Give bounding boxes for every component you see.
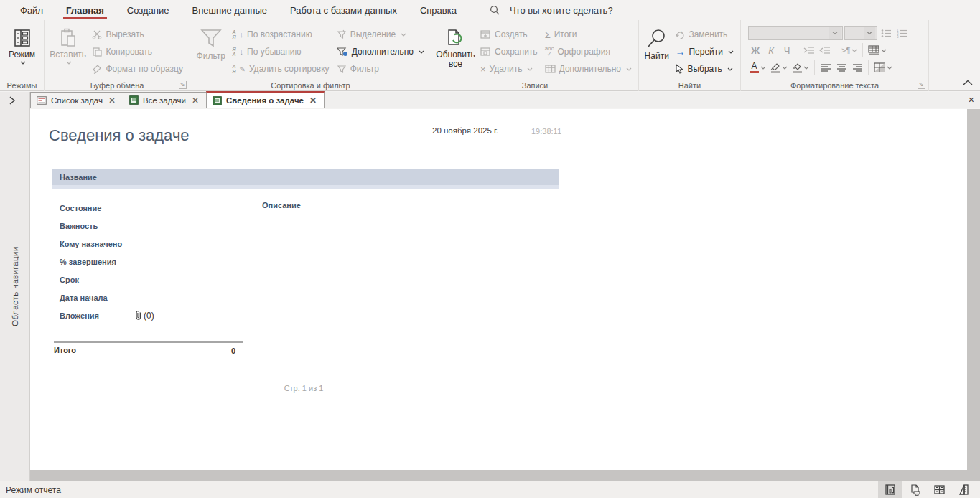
increase-indent-button[interactable] <box>802 42 816 58</box>
total-label: Итого <box>54 346 76 354</box>
menu-home[interactable]: Главная <box>55 0 116 20</box>
find-button[interactable]: Найти <box>642 24 671 79</box>
refresh-all-label: Обновитьвсе <box>436 50 475 69</box>
bold-label: Ж <box>751 45 760 56</box>
selection-label: Выделение <box>350 29 396 39</box>
cut-button[interactable]: Вырезать <box>88 26 187 43</box>
close-tab-icon[interactable]: ✕ <box>107 95 117 105</box>
separator <box>798 43 798 57</box>
tell-me-search[interactable]: Что вы хотите сделать? <box>490 5 613 16</box>
select-button[interactable]: Выбрать <box>671 60 737 77</box>
separator <box>868 60 869 75</box>
chevron-down-icon <box>864 27 875 39</box>
new-record-button[interactable]: Создать <box>477 26 541 43</box>
close-tab-icon[interactable]: ✕ <box>190 95 200 105</box>
menu-create[interactable]: Создание <box>116 0 181 20</box>
align-left-button[interactable] <box>818 60 833 75</box>
align-center-button[interactable] <box>834 60 849 75</box>
more-records-button[interactable]: Дополнительно <box>541 60 635 77</box>
field-label-attachments: Вложения <box>60 311 99 320</box>
report-view-button[interactable] <box>878 481 902 498</box>
font-color-button[interactable]: А <box>748 60 767 75</box>
save-record-label: Сохранить <box>495 47 538 57</box>
chevron-down-icon <box>66 61 72 65</box>
toggle-filter-label: Фильтр <box>350 64 379 74</box>
replace-button[interactable]: b Заменить <box>671 26 737 43</box>
text-formatting-dialog-launcher[interactable]: ⇘ <box>918 81 925 89</box>
numbering-button[interactable]: 123 <box>895 25 909 41</box>
design-view-button[interactable] <box>951 481 976 498</box>
layout-view-button[interactable] <box>927 481 951 498</box>
advanced-label: Дополнительно <box>352 47 414 57</box>
format-painter-button[interactable]: Формат по образцу <box>88 60 187 77</box>
view-icon <box>11 27 33 49</box>
underline-button[interactable]: Ч <box>780 42 794 58</box>
replace-label: Заменить <box>689 29 727 39</box>
spelling-button[interactable]: abc✓ Орфография <box>541 43 635 60</box>
close-tab-icon[interactable]: ✕ <box>308 95 318 105</box>
menu-database-tools[interactable]: Работа с базами данных <box>279 0 409 20</box>
tab-all-tasks[interactable]: Все задачи ✕ <box>123 92 207 108</box>
alternate-row-color-button[interactable] <box>872 60 894 75</box>
nav-pane-label[interactable]: Область навигации <box>0 92 30 481</box>
toggle-filter-button[interactable]: Фильтр <box>333 60 428 77</box>
tab-task-list[interactable]: Список задач ✕ <box>30 92 123 108</box>
clear-sort-button[interactable]: АЯ✎ Удалить сортировку <box>228 60 332 77</box>
decrease-indent-button[interactable] <box>818 42 832 58</box>
form-icon <box>37 96 47 105</box>
delete-x-icon: × <box>480 64 486 75</box>
save-record-button[interactable]: Сохранить <box>477 43 541 60</box>
sort-ascending-button[interactable]: АЯ↓ По возрастанию <box>228 26 332 43</box>
paste-button[interactable]: Вставить <box>47 24 88 79</box>
font-size-select[interactable] <box>844 26 877 40</box>
sort-asc-label: По возрастанию <box>247 29 312 39</box>
menu-help[interactable]: Справка <box>409 0 468 20</box>
print-preview-button[interactable] <box>902 481 927 498</box>
collapse-ribbon-button[interactable] <box>963 80 973 86</box>
ribbon: Режим Режимы Вставить Вырезать Копироват… <box>0 20 980 91</box>
total-divider-line <box>54 341 243 343</box>
separator <box>862 43 863 57</box>
menu-external-data[interactable]: Внешние данные <box>180 0 279 20</box>
text-direction-button[interactable]: >¶ <box>840 42 859 58</box>
scissors-icon <box>92 29 102 39</box>
separator <box>836 43 836 57</box>
selection-button[interactable]: Выделение <box>333 26 428 43</box>
sort-descending-button[interactable]: ЯА↓ По убыванию <box>228 43 332 60</box>
totals-button[interactable]: Σ Итоги <box>541 26 635 43</box>
gridlines-button[interactable] <box>867 42 888 58</box>
goto-button[interactable]: → Перейти <box>671 43 737 60</box>
delete-record-button[interactable]: × Удалить <box>477 60 541 77</box>
refresh-all-button[interactable]: Обновитьвсе <box>434 24 477 79</box>
view-button[interactable]: Режим <box>3 24 41 79</box>
filter-button[interactable]: Фильтр <box>193 24 228 79</box>
font-family-select[interactable] <box>748 26 843 40</box>
advanced-filter-button[interactable]: Дополнительно <box>333 43 428 60</box>
menu-file[interactable]: Файл <box>9 0 55 20</box>
attachments-value[interactable]: (0) <box>134 310 154 321</box>
report-date: 20 ноября 2025 г. <box>403 126 498 135</box>
close-object-button[interactable]: × <box>969 94 974 105</box>
save-record-icon <box>480 47 491 57</box>
italic-button[interactable]: К <box>764 42 778 58</box>
copy-button[interactable]: Копировать <box>88 43 187 60</box>
selection-funnel-icon <box>337 29 347 39</box>
ribbon-group-find: Найти b Заменить → Перейти Выбрать Найти <box>639 20 741 91</box>
align-right-button[interactable] <box>850 60 864 75</box>
report-icon <box>213 96 222 105</box>
bold-button[interactable]: Ж <box>748 42 762 58</box>
tab-task-details[interactable]: Сведения о задаче ✕ <box>206 91 325 108</box>
highlight-color-button[interactable] <box>769 60 789 75</box>
bullets-button[interactable] <box>879 25 893 41</box>
background-color-button[interactable] <box>790 60 811 75</box>
delete-record-label: Удалить <box>490 64 523 74</box>
section-header-band: Название <box>52 169 559 189</box>
bullet-list-icon <box>881 29 892 38</box>
view-shortcut-buttons <box>878 481 976 498</box>
sort-desc-icon: ЯА <box>232 47 235 57</box>
clipboard-dialog-launcher[interactable]: ⇘ <box>179 81 187 89</box>
section-header-label: Название <box>60 173 97 182</box>
spelling-icon: abc✓ <box>545 46 554 57</box>
goto-label: Перейти <box>689 47 723 57</box>
ribbon-group-text-formatting: 123 Ж К Ч >¶ А <box>741 20 929 91</box>
